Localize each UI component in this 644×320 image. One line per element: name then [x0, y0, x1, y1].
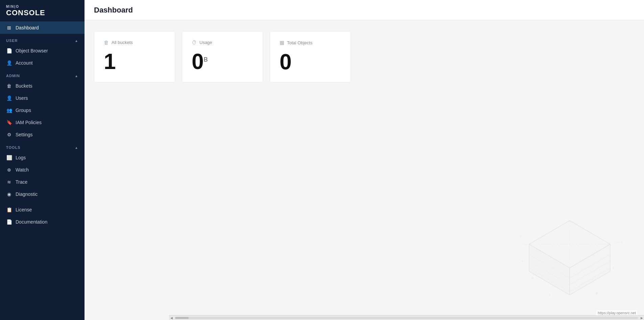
- sidebar-item-object-browser[interactable]: 📄 Object Browser: [0, 45, 85, 57]
- admin-section-header[interactable]: ADMIN ▲: [0, 69, 85, 80]
- sidebar-item-diagnostic-label: Diagnostic: [16, 191, 38, 197]
- svg-marker-1: [529, 244, 570, 295]
- diagnostic-icon: ◉: [6, 191, 12, 197]
- admin-section-label: ADMIN: [6, 74, 20, 78]
- scroll-indicator[interactable]: ◀ ▶: [169, 315, 644, 320]
- user-section-header[interactable]: USER ▲: [0, 34, 85, 45]
- svg-line-5: [529, 254, 570, 278]
- svg-line-8: [570, 254, 610, 278]
- sidebar-item-diagnostic[interactable]: ◉ Diagnostic: [0, 188, 85, 200]
- sidebar-item-logs[interactable]: ⬜ Logs: [0, 152, 85, 164]
- svg-line-6: [529, 261, 570, 285]
- svg-point-15: [522, 260, 523, 262]
- stats-cards-row: 🗑 All buckets 1 ⏱ Usage 0B ▦ Total Objec…: [94, 31, 635, 83]
- scroll-right-btn[interactable]: ▶: [639, 316, 644, 320]
- svg-marker-0: [529, 221, 610, 268]
- user-section-chevron: ▲: [75, 39, 78, 43]
- tools-section-chevron: ▲: [75, 146, 78, 150]
- logo-min: MIN|O: [6, 5, 78, 8]
- tools-section-header[interactable]: TOOLS ▲: [0, 141, 85, 152]
- all-buckets-label: 🗑 All buckets: [104, 40, 164, 45]
- svg-point-11: [531, 277, 533, 279]
- scroll-track: [175, 317, 638, 319]
- topbar: Dashboard: [85, 0, 644, 20]
- scroll-left-btn[interactable]: ◀: [169, 316, 174, 320]
- sidebar-item-license-label: License: [16, 207, 32, 212]
- sidebar-item-dashboard[interactable]: ⊞ Dashboard: [0, 22, 85, 34]
- sidebar-item-settings-label: Settings: [16, 132, 33, 137]
- sidebar-item-users-label: Users: [16, 95, 28, 101]
- user-section-label: USER: [6, 39, 18, 43]
- page-title: Dashboard: [94, 6, 133, 15]
- content-area: 🗑 All buckets 1 ⏱ Usage 0B ▦ Total Objec…: [85, 20, 644, 320]
- svg-point-12: [613, 267, 614, 269]
- total-objects-label: ▦ Total Objects: [280, 40, 340, 46]
- users-icon: 👤: [6, 95, 12, 101]
- account-icon: 👤: [6, 60, 12, 66]
- sidebar-item-trace[interactable]: ≋ Trace: [0, 176, 85, 188]
- sidebar-item-settings[interactable]: ⚙ Settings: [0, 129, 85, 141]
- sidebar-item-iam-policies[interactable]: 🔖 IAM Policies: [0, 116, 85, 129]
- total-objects-icon: ▦: [280, 40, 284, 46]
- sidebar-item-object-browser-label: Object Browser: [16, 48, 48, 53]
- usage-label-text: Usage: [199, 40, 212, 45]
- dashboard-icon: ⊞: [6, 25, 12, 30]
- bg-illustration: + +: [516, 210, 624, 306]
- usage-value: 0B: [192, 51, 252, 72]
- svg-point-13: [549, 294, 550, 296]
- groups-icon: 👥: [6, 108, 12, 113]
- logo-console: CONSOLE: [6, 8, 78, 17]
- svg-text:+: +: [620, 239, 623, 245]
- total-objects-card: ▦ Total Objects 0: [270, 31, 351, 83]
- watch-icon: ⊕: [6, 167, 12, 173]
- svg-text:+: +: [519, 233, 522, 238]
- object-browser-icon: 📄: [6, 48, 12, 53]
- sidebar-item-account[interactable]: 👤 Account: [0, 57, 85, 69]
- usage-unit: B: [204, 56, 208, 63]
- svg-line-9: [570, 261, 610, 285]
- sidebar-item-trace-label: Trace: [16, 179, 27, 185]
- sidebar-item-dashboard-label: Dashboard: [16, 25, 39, 30]
- svg-line-10: [570, 268, 610, 292]
- settings-icon: ⚙: [6, 132, 12, 137]
- svg-line-7: [529, 268, 570, 292]
- total-objects-label-text: Total Objects: [287, 40, 312, 45]
- documentation-icon: 📄: [6, 219, 12, 225]
- scroll-thumb: [175, 317, 189, 319]
- main-content: Dashboard 🗑 All buckets 1 ⏱ Usage 0B: [85, 0, 644, 320]
- url-hint: https://play.opensrc.net: [596, 311, 637, 315]
- logs-icon: ⬜: [6, 155, 12, 160]
- all-buckets-icon: 🗑: [104, 40, 109, 45]
- total-objects-value: 0: [280, 51, 340, 73]
- svg-marker-2: [570, 244, 610, 295]
- license-icon: 📋: [6, 207, 12, 212]
- sidebar-item-account-label: Account: [16, 60, 33, 66]
- sidebar-logo: MIN|O CONSOLE: [0, 0, 85, 22]
- svg-point-14: [596, 292, 598, 294]
- sidebar-item-documentation[interactable]: 📄 Documentation: [0, 216, 85, 228]
- usage-icon: ⏱: [192, 40, 197, 45]
- sidebar-item-watch-label: Watch: [16, 167, 29, 173]
- sidebar-item-buckets-label: Buckets: [16, 83, 32, 89]
- sidebar-item-license[interactable]: 📋 License: [0, 204, 85, 216]
- all-buckets-label-text: All buckets: [112, 40, 133, 45]
- usage-label: ⏱ Usage: [192, 40, 252, 45]
- sidebar-item-watch[interactable]: ⊕ Watch: [0, 164, 85, 176]
- sidebar-item-iam-policies-label: IAM Policies: [16, 120, 42, 125]
- sidebar-item-groups[interactable]: 👥 Groups: [0, 104, 85, 116]
- sidebar-item-documentation-label: Documentation: [16, 219, 47, 225]
- admin-section-chevron: ▲: [75, 74, 78, 78]
- tools-section-label: TOOLS: [6, 145, 21, 150]
- all-buckets-value: 1: [104, 51, 164, 72]
- buckets-icon: 🗑: [6, 83, 12, 89]
- sidebar-item-logs-label: Logs: [16, 155, 26, 160]
- sidebar: MIN|O CONSOLE ⊞ Dashboard USER ▲ 📄 Objec…: [0, 0, 85, 320]
- all-buckets-card: 🗑 All buckets 1: [94, 31, 175, 83]
- usage-card: ⏱ Usage 0B: [182, 31, 263, 83]
- sidebar-item-buckets[interactable]: 🗑 Buckets: [0, 80, 85, 92]
- sidebar-item-users[interactable]: 👤 Users: [0, 92, 85, 104]
- sidebar-item-groups-label: Groups: [16, 108, 31, 113]
- iam-policies-icon: 🔖: [6, 120, 12, 125]
- trace-icon: ≋: [6, 179, 12, 185]
